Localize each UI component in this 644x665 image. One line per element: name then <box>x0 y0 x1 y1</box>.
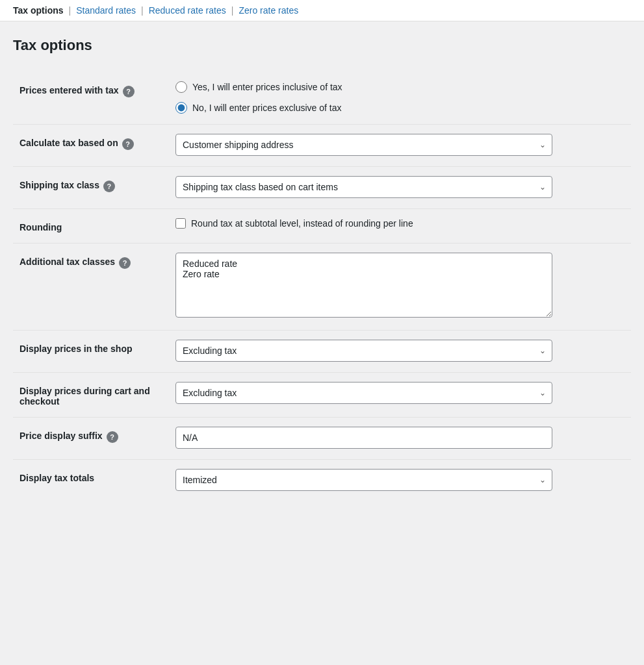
help-icon-price-suffix[interactable]: ? <box>107 431 118 443</box>
label-text: Additional tax classes <box>19 257 115 267</box>
field-display-prices-cart: Excluding tax Including tax ⌄ <box>169 373 631 418</box>
field-prices-entered-with-tax: Yes, I will enter prices inclusive of ta… <box>169 72 631 125</box>
row-prices-entered-with-tax: Prices entered with tax ? Yes, I will en… <box>13 72 631 125</box>
label-display-tax-totals: Display tax totals <box>13 460 169 502</box>
textarea-additional-tax-classes[interactable]: Reduced rate Zero rate <box>175 253 552 318</box>
radio-inclusive-label: Yes, I will enter prices inclusive of ta… <box>192 82 342 92</box>
nav-separator-2: | <box>141 5 144 16</box>
checkbox-rounding[interactable] <box>175 218 186 229</box>
select-wrapper-shipping-tax: Shipping tax class based on cart items S… <box>175 176 552 198</box>
content-area: Tax options Prices entered with tax ? Ye… <box>0 21 644 514</box>
field-rounding: Round tax at subtotal level, instead of … <box>169 209 631 244</box>
help-icon-prices-entered-with-tax[interactable]: ? <box>123 86 135 97</box>
field-display-tax-totals: Itemized As a single total ⌄ <box>169 460 631 502</box>
radio-exclusive-input[interactable] <box>175 102 187 114</box>
row-price-display-suffix: Price display suffix ? <box>13 418 631 460</box>
select-wrapper-display-prices-cart: Excluding tax Including tax ⌄ <box>175 382 552 404</box>
label-display-prices-cart: Display prices during cart and checkout <box>13 373 169 418</box>
field-shipping-tax-class: Shipping tax class based on cart items S… <box>169 167 631 209</box>
select-shipping-tax[interactable]: Shipping tax class based on cart items S… <box>175 176 552 198</box>
select-display-tax-totals[interactable]: Itemized As a single total <box>175 469 552 491</box>
row-shipping-tax-class: Shipping tax class ? Shipping tax class … <box>13 167 631 209</box>
field-calculate-tax-based-on: Customer shipping address Customer billi… <box>169 125 631 167</box>
select-calculate-tax[interactable]: Customer shipping address Customer billi… <box>175 134 552 156</box>
nav-separator-3: | <box>231 5 234 16</box>
field-additional-tax-classes: Reduced rate Zero rate <box>169 244 631 331</box>
label-rounding: Rounding <box>13 209 169 244</box>
label-price-display-suffix: Price display suffix ? <box>13 418 169 460</box>
select-wrapper-display-tax-totals: Itemized As a single total ⌄ <box>175 469 552 491</box>
row-display-tax-totals: Display tax totals Itemized As a single … <box>13 460 631 502</box>
help-icon-shipping-tax[interactable]: ? <box>103 181 115 192</box>
radio-exclusive-label: No, I will enter prices exclusive of tax <box>192 103 342 113</box>
checkbox-rounding-label[interactable]: Round tax at subtotal level, instead of … <box>175 218 625 229</box>
label-text: Display prices during cart and checkout <box>19 386 150 407</box>
label-text: Display tax totals <box>19 473 94 483</box>
label-additional-tax-classes: Additional tax classes ? <box>13 244 169 331</box>
label-calculate-tax-based-on: Calculate tax based on ? <box>13 125 169 167</box>
form-table: Prices entered with tax ? Yes, I will en… <box>13 72 631 501</box>
field-display-prices-shop: Excluding tax Including tax ⌄ <box>169 331 631 373</box>
select-display-prices-cart[interactable]: Excluding tax Including tax <box>175 382 552 404</box>
label-text: Price display suffix <box>19 431 103 441</box>
row-additional-tax-classes: Additional tax classes ? Reduced rate Ze… <box>13 244 631 331</box>
label-text: Prices entered with tax <box>19 85 119 95</box>
select-wrapper-calculate-tax: Customer shipping address Customer billi… <box>175 134 552 156</box>
page-title: Tax options <box>13 37 631 54</box>
radio-group-prices: Yes, I will enter prices inclusive of ta… <box>175 81 625 114</box>
label-text: Shipping tax class <box>19 180 99 190</box>
checkbox-rounding-text: Round tax at subtotal level, instead of … <box>191 218 413 229</box>
nav-link-reduced-rate[interactable]: Reduced rate rates <box>149 5 226 16</box>
radio-inclusive[interactable]: Yes, I will enter prices inclusive of ta… <box>175 81 625 93</box>
nav-link-standard-rates[interactable]: Standard rates <box>76 5 136 16</box>
label-display-prices-shop: Display prices in the shop <box>13 331 169 373</box>
input-price-display-suffix[interactable] <box>175 427 552 449</box>
field-price-display-suffix <box>169 418 631 460</box>
row-display-prices-shop: Display prices in the shop Excluding tax… <box>13 331 631 373</box>
row-calculate-tax-based-on: Calculate tax based on ? Customer shippi… <box>13 125 631 167</box>
label-shipping-tax-class: Shipping tax class ? <box>13 167 169 209</box>
select-display-prices-shop[interactable]: Excluding tax Including tax <box>175 340 552 362</box>
row-display-prices-cart: Display prices during cart and checkout … <box>13 373 631 418</box>
label-text: Calculate tax based on <box>19 138 118 148</box>
row-rounding: Rounding Round tax at subtotal level, in… <box>13 209 631 244</box>
radio-exclusive[interactable]: No, I will enter prices exclusive of tax <box>175 102 625 114</box>
top-nav: Tax options | Standard rates | Reduced r… <box>0 0 644 21</box>
page-wrapper: Tax options | Standard rates | Reduced r… <box>0 0 644 665</box>
nav-current: Tax options <box>13 5 64 16</box>
nav-separator: | <box>69 5 71 16</box>
nav-link-zero-rate[interactable]: Zero rate rates <box>238 5 298 16</box>
help-icon-calculate-tax[interactable]: ? <box>122 138 134 150</box>
select-wrapper-display-prices-shop: Excluding tax Including tax ⌄ <box>175 340 552 362</box>
label-text: Display prices in the shop <box>19 344 133 354</box>
radio-inclusive-input[interactable] <box>175 81 187 93</box>
label-prices-entered-with-tax: Prices entered with tax ? <box>13 72 169 125</box>
label-text: Rounding <box>19 222 62 232</box>
help-icon-additional-tax[interactable]: ? <box>119 257 131 269</box>
